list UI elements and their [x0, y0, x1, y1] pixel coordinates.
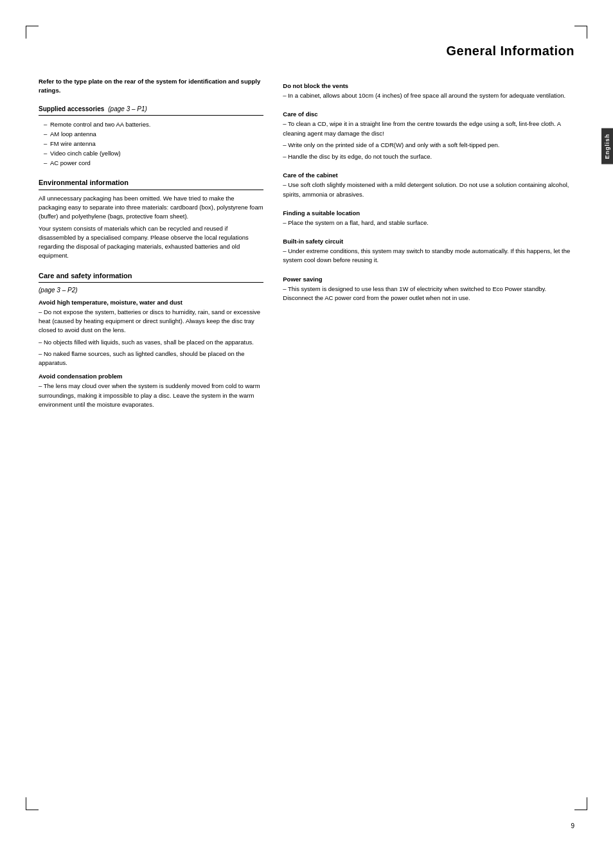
power-saving-section: Power saving – This system is designed t…	[283, 276, 574, 303]
list-item: FM wire antenna	[44, 139, 263, 148]
page-number: 9	[571, 822, 574, 829]
care-of-disc-title: Care of disc	[283, 111, 574, 118]
builtin-safety-title: Built-in safety circuit	[283, 238, 574, 245]
list-item: Video cinch cable (yellow)	[44, 148, 263, 158]
environmental-information-section: Environmental information All unnecessar…	[39, 178, 263, 260]
care-of-disc-section: Care of disc – To clean a CD, wipe it in…	[283, 111, 574, 161]
supplied-accessories-list: Remote control and two AA batteries. AM …	[39, 120, 263, 168]
page-title-area: General Information	[446, 44, 574, 58]
care-safety-subtitle: (page 3 – P2)	[39, 287, 263, 294]
corner-mark-top-left	[26, 26, 39, 39]
avoid-high-temp-para-3: – No naked flame sources, such as lighte…	[39, 350, 263, 368]
corner-mark-bottom-right	[574, 797, 587, 810]
environmental-para-2: Your system consists of materials which …	[39, 224, 263, 261]
environmental-information-title: Environmental information	[39, 178, 263, 190]
english-tab: English	[601, 128, 613, 164]
corner-mark-bottom-left	[26, 797, 39, 810]
do-not-block-text: – In a cabinet, allows about 10cm (4 inc…	[283, 91, 574, 100]
finding-suitable-section: Finding a suitable location – Place the …	[283, 209, 574, 227]
power-saving-text: – This system is designed to use less th…	[283, 285, 574, 303]
care-of-cabinet-title: Care of the cabinet	[283, 172, 574, 179]
care-safety-section: Care and safety information (page 3 – P2…	[39, 271, 263, 410]
supplied-accessories-title: Supplied accessories	[39, 105, 104, 114]
builtin-safety-text: – Under extreme conditions, this system …	[283, 247, 574, 265]
list-item: AM loop antenna	[44, 129, 263, 139]
avoid-high-temp-para-2: – No objects filled with liquids, such a…	[39, 338, 263, 347]
care-of-cabinet-section: Care of the cabinet – Use soft cloth sli…	[283, 172, 574, 199]
care-safety-title: Care and safety information	[39, 271, 263, 283]
finding-suitable-text: – Place the system on a flat, hard, and …	[283, 218, 574, 227]
left-column: Refer to the type plate on the rear of t…	[39, 77, 263, 810]
power-saving-title: Power saving	[283, 276, 574, 283]
avoid-condensation-title: Avoid condensation problem	[39, 373, 263, 380]
corner-mark-top-right	[574, 26, 587, 39]
do-not-block-section: Do not block the vents – In a cabinet, a…	[283, 82, 574, 100]
care-of-cabinet-text: – Use soft cloth slightly moistened with…	[283, 181, 574, 199]
supplied-accessories-subtitle: (page 3 – P1)	[108, 105, 147, 112]
care-of-disc-para-3: – Handle the disc by its edge, do not to…	[283, 152, 574, 161]
avoid-high-temp-title: Avoid high temperature, moisture, water …	[39, 299, 263, 306]
supplied-accessories-section: Supplied accessories (page 3 – P1) Remot…	[39, 105, 263, 168]
builtin-safety-section: Built-in safety circuit – Under extreme …	[283, 238, 574, 265]
care-of-disc-para-2: – Write only on the printed side of a CD…	[283, 141, 574, 150]
list-item: AC power cord	[44, 158, 263, 168]
finding-suitable-title: Finding a suitable location	[283, 209, 574, 217]
avoid-condensation-para: – The lens may cloud over when the syste…	[39, 382, 263, 409]
content-area: Refer to the type plate on the rear of t…	[39, 77, 574, 810]
page-container: English General Information Refer to the…	[0, 0, 613, 868]
do-not-block-title: Do not block the vents	[283, 82, 574, 89]
environmental-para-1: All unnecessary packaging has been omitt…	[39, 194, 263, 222]
care-of-disc-para-1: – To clean a CD, wipe it in a straight l…	[283, 120, 574, 138]
refer-text: Refer to the type plate on the rear of t…	[39, 77, 263, 96]
page-title: General Information	[446, 44, 574, 58]
list-item: Remote control and two AA batteries.	[44, 120, 263, 129]
avoid-high-temp-para-1: – Do not expose the system, batteries or…	[39, 308, 263, 335]
right-column: Do not block the vents – In a cabinet, a…	[283, 77, 574, 810]
